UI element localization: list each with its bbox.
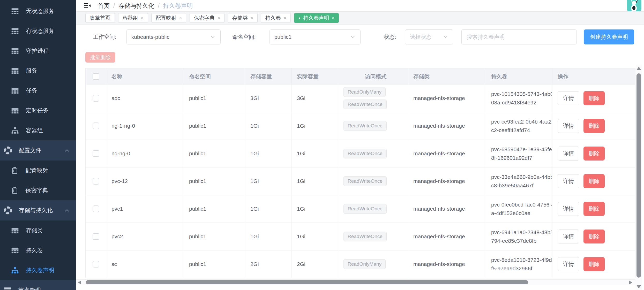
sidebar-item-storageclass[interactable]: 存储类	[0, 220, 76, 240]
detail-button[interactable]: 详情	[558, 119, 579, 133]
detail-button[interactable]: 详情	[558, 174, 579, 188]
delete-button[interactable]: 删除	[583, 257, 605, 271]
delete-button[interactable]: 删除	[583, 202, 605, 216]
scroll-down-arrow[interactable]	[636, 285, 641, 288]
tab-pods[interactable]: 容器组 ×	[118, 13, 148, 23]
sidebar-item-pods[interactable]: 容器组	[0, 120, 76, 140]
sidebar-item-label: 配置映射	[25, 167, 48, 174]
scroll-right-arrow[interactable]	[629, 280, 632, 285]
tab-pvc-active[interactable]: ● 持久卷声明 ×	[294, 13, 339, 23]
table-row: ng-1-ng-0 public1 1Gi 1Gi ReadWriteOnce …	[86, 112, 635, 140]
row-checkbox[interactable]	[93, 178, 99, 185]
close-icon[interactable]: ×	[218, 16, 220, 21]
cell-storageclass: managed-nfs-storage	[408, 112, 486, 140]
vertical-scrollbar-thumb[interactable]	[636, 73, 641, 278]
tab-storageclass[interactable]: 存储类 ×	[228, 13, 258, 23]
row-checkbox[interactable]	[93, 150, 99, 157]
detail-button[interactable]: 详情	[558, 230, 579, 243]
close-icon[interactable]: ×	[179, 16, 182, 21]
delete-button[interactable]: 删除	[583, 147, 605, 161]
table-row: pvc1 public1 1Gi 1Gi ReadWriteOnce manag…	[86, 195, 635, 223]
delete-button[interactable]: 删除	[583, 119, 605, 133]
close-icon[interactable]: ×	[332, 16, 335, 21]
tab-label: 保密字典	[194, 14, 215, 21]
breadcrumb-home[interactable]: 首页	[98, 2, 110, 10]
cell-pv: pvc-10154305-5743-4ab0- 08a-cd9418f84e92	[486, 85, 552, 112]
delete-button[interactable]: 删除	[583, 230, 605, 243]
grid-icon	[11, 67, 19, 75]
cell-actual: 1Gi	[292, 195, 338, 223]
pv-name-line1: pvc-6859047e-1e39-45fe-	[491, 145, 552, 154]
access-mode-tag: ReadWriteOnce	[343, 121, 387, 131]
sidebar-group-node-management[interactable]: 节点管理	[0, 280, 76, 290]
detail-button[interactable]: 详情	[558, 257, 579, 271]
cell-actual: 1Gi	[292, 167, 338, 195]
collapse-sidebar-icon[interactable]	[83, 2, 91, 10]
detail-button[interactable]: 详情	[558, 147, 579, 161]
sidebar-item-job[interactable]: 任务	[0, 81, 76, 101]
grid-icon	[11, 246, 19, 255]
cell-name: sc	[106, 250, 184, 278]
create-pvc-button[interactable]: 创建持久卷声明	[584, 29, 634, 44]
row-checkbox[interactable]	[93, 261, 99, 268]
row-checkbox[interactable]	[93, 123, 99, 129]
cell-pv: pvc-6941a1a0-2348-48b5- 794-ee85c37de8fb	[486, 223, 552, 250]
horizontal-scrollbar	[76, 279, 636, 285]
sidebar-item-pv[interactable]: 持久卷	[0, 240, 76, 260]
delete-button[interactable]: 删除	[583, 91, 605, 105]
tab-configmap[interactable]: 配置映射 ×	[151, 13, 186, 23]
table-row: adc public1 3Gi 3Gi ReadOnlyMany ReadWri…	[86, 84, 635, 112]
main-content: 首页 / 存储与持久化 / 持久卷声明 蚁擎首页	[76, 0, 644, 290]
pvc-table: 名称 命名空间 存储容量 实际容量 访问模式 存储类 持久卷 操作 adc pu…	[85, 68, 635, 278]
clipboard-icon	[11, 167, 19, 174]
detail-button[interactable]: 详情	[558, 91, 579, 105]
horizontal-scrollbar-thumb[interactable]	[86, 280, 528, 284]
pv-name-line1: pvc-ce93fea2-0b4b-4aa2-	[491, 117, 552, 126]
close-icon[interactable]: ×	[141, 16, 144, 21]
sidebar-item-cronjob[interactable]: 定时任务	[0, 101, 76, 120]
search-input[interactable]	[461, 29, 577, 44]
sitemap-icon	[11, 266, 19, 274]
close-icon[interactable]: ×	[251, 16, 253, 21]
detail-button[interactable]: 详情	[558, 202, 579, 216]
table-row: pvc2 public1 1Gi 1Gi ReadWriteOnce manag…	[86, 223, 635, 250]
scroll-left-arrow[interactable]	[78, 280, 81, 285]
row-checkbox[interactable]	[93, 95, 99, 102]
cell-namespace: public1	[184, 85, 245, 112]
namespace-select[interactable]: public1	[269, 29, 361, 44]
sidebar-item-secret[interactable]: 保密字典	[0, 180, 76, 200]
delete-button[interactable]: 删除	[583, 174, 605, 188]
tab-ant-home[interactable]: 蚁擎首页	[85, 13, 115, 23]
breadcrumb-storage[interactable]: 存储与持久化	[118, 2, 154, 10]
tab-secret[interactable]: 保密字典 ×	[190, 13, 224, 23]
tab-pv[interactable]: 持久卷 ×	[261, 13, 291, 23]
pv-name-line1: pvc-0fec0bcd-fac0-4756-a	[491, 200, 552, 209]
status-select[interactable]: 选择状态	[405, 29, 453, 44]
batch-delete-button[interactable]: 批量删除	[85, 52, 115, 63]
mascot-button[interactable]	[627, 0, 641, 12]
sidebar-item-stateful-service[interactable]: 有状态服务	[0, 21, 76, 41]
table-row: pvc-12 public1 1Gi 1Gi ReadWriteOnce man…	[86, 167, 635, 195]
cell-namespace: public1	[184, 167, 245, 195]
sidebar-item-service[interactable]: 服务	[0, 61, 76, 81]
row-checkbox[interactable]	[93, 233, 99, 240]
row-checkbox[interactable]	[93, 205, 99, 212]
breadcrumb-current: 持久卷声明	[163, 2, 193, 10]
namespace-value: public1	[274, 34, 292, 40]
sidebar-item-label: 持久卷	[26, 247, 43, 254]
sidebar-item-label: 存储类	[26, 227, 43, 234]
ant-mascot-icon	[628, 0, 640, 12]
workspace-select[interactable]: kubeants-public	[126, 29, 221, 44]
sidebar-group-config-files[interactable]: 配置文件	[0, 140, 76, 161]
sidebar-group-storage[interactable]: 存储与持久化	[0, 200, 76, 220]
cell-capacity: 2Gi	[245, 250, 292, 278]
scroll-up-arrow[interactable]	[636, 67, 641, 70]
sidebar-item-configmap[interactable]: 配置映射	[0, 161, 76, 180]
sidebar-item-stateless-service[interactable]: 无状态服务	[0, 1, 76, 21]
close-icon[interactable]: ×	[284, 16, 286, 21]
grid-icon	[11, 87, 19, 95]
select-all-checkbox[interactable]	[93, 73, 99, 80]
sidebar-item-daemonset[interactable]: 守护进程	[0, 41, 76, 61]
tab-label: 配置映射	[156, 14, 176, 21]
sidebar-item-pvc[interactable]: 持久卷声明	[0, 260, 76, 280]
